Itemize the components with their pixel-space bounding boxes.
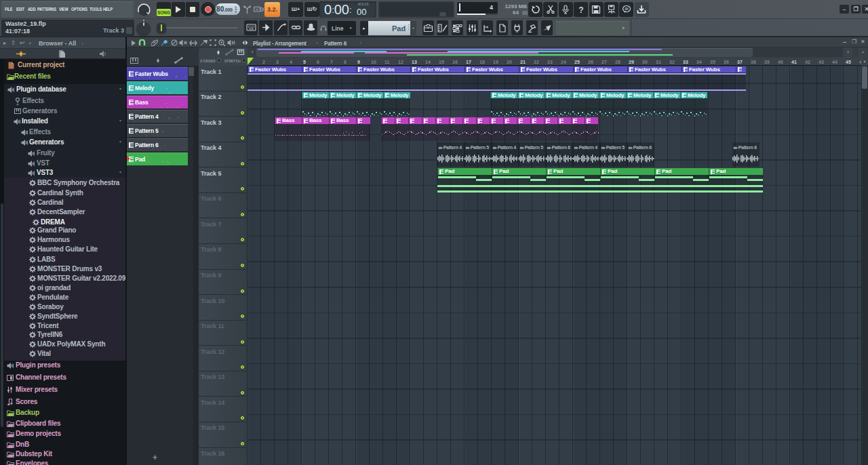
svg-text:?: ? bbox=[578, 5, 583, 15]
